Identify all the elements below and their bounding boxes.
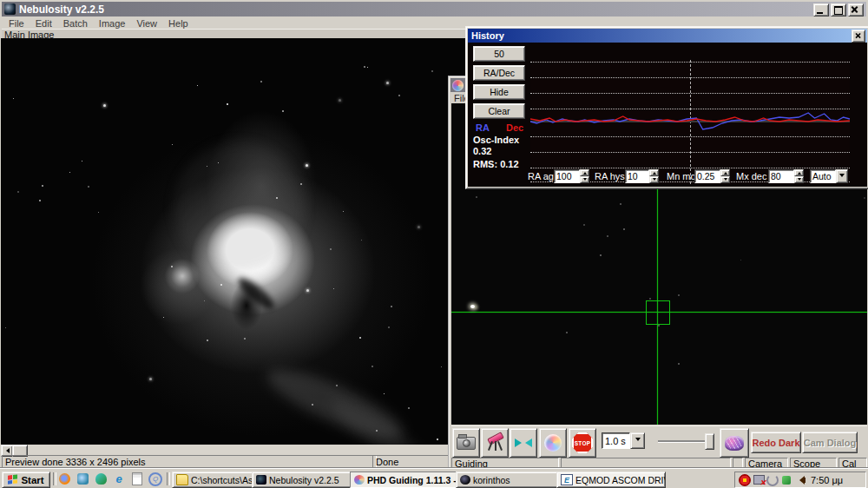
guide-button[interactable] [539,428,567,458]
phd-icon [354,475,365,485]
chevron-down-icon [839,174,845,180]
close-button[interactable] [848,3,864,16]
osc-index-value: 0.32 [473,146,491,156]
telescope-button[interactable] [481,428,509,458]
messenger-icon[interactable] [94,472,108,485]
stop-label: STOP [575,440,590,446]
document-app-icon[interactable] [130,472,144,485]
redo-dark-button[interactable]: Redo Dark [751,432,801,453]
hide-button[interactable]: Hide [473,84,525,100]
chevron-down-icon [635,438,641,444]
task-phd-guiding-active[interactable]: PHD Guiding 1.11.3 - ... [350,472,461,488]
camera-icon [457,437,476,450]
task-eqmod-ascom[interactable]: E EQMOD ASCOM DRIVER [556,472,666,488]
loop-arrows-icon [514,437,533,449]
history-titlebar[interactable]: History [468,29,867,43]
exposure-dropdown-button[interactable] [630,432,645,449]
maximize-button[interactable] [831,3,846,16]
ra-hys-input[interactable]: 10 [625,169,649,183]
brain-settings-button[interactable] [720,428,749,458]
mn-mo-down[interactable] [720,176,730,183]
guide-lock-box [646,300,670,325]
phd-toolbar: STOP 1.0 s Redo Dark Cam Dialog [451,425,867,458]
mx-dec-input[interactable]: 80 [768,169,794,183]
tray-sync-icon[interactable] [766,474,779,485]
mx-dec-down[interactable] [794,176,804,183]
minimize-icon [817,12,823,14]
clear-button[interactable]: Clear [473,103,525,119]
mx-dec-up[interactable] [794,169,804,176]
camera-button[interactable] [452,428,480,458]
scroll-left-icon [3,448,10,453]
menu-batch[interactable]: Batch [63,18,88,29]
tray-network-offline-icon[interactable]: ✕ [753,474,765,485]
status-preview: Preview done 3336 x 2496 pixels [2,455,377,468]
task-astronomy-folder[interactable]: C:\shortcuts\Astronomy ... [172,472,257,488]
internet-explorer-icon[interactable]: e [112,472,126,485]
mx-dec-label: Mx dec [736,171,766,181]
ra-agr-down[interactable] [580,176,589,183]
dec-mode-dropdown-button[interactable] [836,169,848,183]
history-length-button[interactable]: 50 [473,46,525,62]
mn-mo-label: Mn mo [667,171,696,181]
menu-file[interactable]: File [9,18,24,29]
nebulosity-titlebar[interactable]: Nebulosity v2.2.5 [2,2,866,16]
desktop: Nebulosity v2.2.5 File Edit Batch Image … [0,0,868,488]
firefox-icon[interactable] [57,472,71,485]
telescope-icon [485,434,504,452]
taskbar: Start e Q C:\shortcuts\Astronomy ... Neb… [0,468,868,488]
guide-star [470,305,475,308]
ra-hys-down[interactable] [649,176,659,183]
mn-mo-up[interactable] [720,169,730,176]
menu-edit[interactable]: Edit [36,18,52,29]
ra-agr-up[interactable] [580,169,589,176]
windows-logo-icon [8,474,18,485]
history-plot [530,60,850,184]
ra-agr-input[interactable]: 100 [554,169,580,183]
task-label: EQMOD ASCOM DRIVER [575,475,666,485]
ra-hys-up[interactable] [649,169,659,176]
history-window: History 50 RA/Dec Hide Clear RA Dec Osc-… [465,26,868,189]
menu-view[interactable]: View [136,18,157,29]
task-nebulosity[interactable]: Nebulosity v2.2.5 [252,472,354,488]
quicktime-icon[interactable]: Q [148,472,162,485]
cam-dialog-button[interactable]: Cam Dialog [802,432,858,453]
ra-hys-label: RA hys [595,171,625,181]
rms-value: RMS: 0.12 [473,159,519,169]
history-title-text: History [471,30,504,41]
exposure-value: 1.0 s [602,432,630,449]
history-client-area: 50 RA/Dec Hide Clear RA Dec Osc-Index 0.… [468,43,867,187]
task-label: Nebulosity v2.2.5 [269,475,339,485]
menu-image[interactable]: Image [99,18,126,29]
brain-icon [725,436,744,451]
globe-app-icon[interactable] [76,472,89,485]
eqmod-icon: E [561,474,573,485]
taskbar-divider [167,472,170,485]
dec-guide-mode-select[interactable]: Auto [810,169,848,183]
nebulosity-app-icon [4,3,16,15]
dec-legend-label: Dec [506,122,523,133]
loop-exposure-button[interactable] [510,428,537,458]
close-icon [849,4,863,16]
mn-mo-input[interactable]: 0.25 [694,169,720,183]
start-label: Start [21,475,43,485]
dec-guide-mode-value: Auto [810,169,836,183]
menu-help[interactable]: Help [168,18,188,29]
task-label: PHD Guiding 1.11.3 - ... [367,475,461,485]
stop-icon: STOP [572,432,593,453]
tray-target-icon[interactable] [739,474,751,485]
stop-button[interactable]: STOP [569,428,596,458]
history-close-button[interactable] [852,30,865,43]
ra-dec-mode-button[interactable]: RA/Dec [473,65,525,81]
task-label: korinthos [473,475,510,485]
osc-index-label: Osc-Index [473,135,519,145]
task-label: C:\shortcuts\Astronomy ... [191,475,257,485]
task-korinthos[interactable]: korinthos [456,472,562,488]
gamma-slider-handle[interactable] [705,433,714,450]
volume-icon[interactable] [794,474,806,485]
tray-update-icon[interactable] [780,474,792,485]
minimize-button[interactable] [813,3,829,16]
exposure-duration-select[interactable]: 1.0 s [602,432,645,449]
folder-icon [176,474,188,485]
start-button[interactable]: Start [2,472,50,488]
